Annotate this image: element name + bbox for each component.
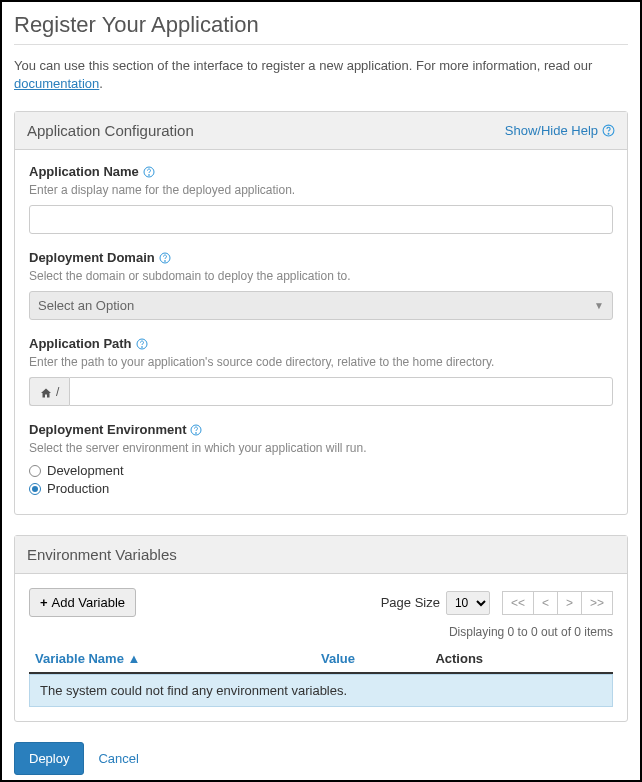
label-text: Application Name [29,164,139,179]
pager-buttons: << < > >> [496,591,613,615]
divider [14,44,628,45]
column-label: Variable Name [35,651,124,666]
addon-slash: / [56,385,59,399]
page-title: Register Your Application [14,12,628,38]
radio-development[interactable]: Development [29,463,613,478]
chevron-down-icon: ▼ [594,300,604,311]
path-input-group: / [29,377,613,406]
environment-variables-panel: Environment Variables + Add Variable Pag… [14,535,628,722]
pager-first-button[interactable]: << [502,591,534,615]
select-placeholder: Select an Option [38,298,134,313]
deploy-button[interactable]: Deploy [14,742,84,775]
field-hint: Enter a display name for the deployed ap… [29,183,613,197]
pager-last-button[interactable]: >> [581,591,613,615]
cancel-link[interactable]: Cancel [98,751,138,766]
help-icon[interactable] [159,252,171,264]
table-header: Variable Name ▲ Value Actions [29,645,613,674]
field-label: Application Name [29,164,613,179]
sort-asc-icon: ▲ [128,651,141,666]
panel-title: Environment Variables [27,546,177,563]
intro-prefix: You can use this section of the interfac… [14,58,592,73]
svg-point-3 [148,174,149,175]
svg-point-1 [608,134,609,135]
pager-prev-button[interactable]: < [533,591,558,615]
label-text: Application Path [29,336,132,351]
panel-body: Application Name Enter a display name fo… [15,150,627,514]
radio-icon [29,465,41,477]
panel-header: Application Configuration Show/Hide Help [15,112,627,150]
field-label: Application Path [29,336,613,351]
svg-point-5 [164,260,165,261]
help-icon[interactable] [136,338,148,350]
intro-text: You can use this section of the interfac… [14,57,628,93]
deployment-environment-field: Deployment Environment Select the server… [29,422,613,496]
field-hint: Enter the path to your application's sou… [29,355,613,369]
application-name-field: Application Name Enter a display name fo… [29,164,613,234]
plus-icon: + [40,595,48,610]
show-hide-help-link[interactable]: Show/Hide Help [505,123,615,138]
home-icon [40,385,52,399]
radio-label: Production [47,481,109,496]
documentation-link[interactable]: documentation [14,76,99,91]
env-toolbar: + Add Variable Page Size 10 << < > >> [29,588,613,617]
deployment-domain-field: Deployment Domain Select the domain or s… [29,250,613,320]
column-variable-name[interactable]: Variable Name ▲ [35,651,321,666]
panel-body: + Add Variable Page Size 10 << < > >> Di… [15,574,627,721]
panel-header: Environment Variables [15,536,627,574]
help-icon[interactable] [143,166,155,178]
svg-point-7 [141,346,142,347]
display-info: Displaying 0 to 0 out of 0 items [29,625,613,639]
help-icon[interactable] [190,424,202,436]
help-icon [602,124,615,137]
deployment-domain-select[interactable]: Select an Option ▼ [29,291,613,320]
pager-next-button[interactable]: > [557,591,582,615]
radio-production[interactable]: Production [29,481,613,496]
panel-title: Application Configuration [27,122,194,139]
intro-suffix: . [99,76,103,91]
page-size-label: Page Size [381,595,440,610]
label-text: Deployment Environment [29,422,186,437]
home-addon: / [29,377,69,406]
field-label: Deployment Domain [29,250,613,265]
radio-icon [29,483,41,495]
application-configuration-panel: Application Configuration Show/Hide Help… [14,111,628,515]
svg-point-9 [196,432,197,433]
application-path-field: Application Path Enter the path to your … [29,336,613,406]
label-text: Deployment Domain [29,250,155,265]
empty-state-message: The system could not find any environmen… [29,674,613,707]
application-path-input[interactable] [69,377,613,406]
field-label: Deployment Environment [29,422,613,437]
page-size-select[interactable]: 10 [446,591,490,615]
field-hint: Select the server environment in which y… [29,441,613,455]
radio-label: Development [47,463,124,478]
button-label: Add Variable [52,595,125,610]
field-hint: Select the domain or subdomain to deploy… [29,269,613,283]
application-name-input[interactable] [29,205,613,234]
column-actions: Actions [435,651,607,666]
add-variable-button[interactable]: + Add Variable [29,588,136,617]
column-value[interactable]: Value [321,651,435,666]
help-link-label: Show/Hide Help [505,123,598,138]
footer-actions: Deploy Cancel [14,742,628,775]
pager: Page Size 10 << < > >> [381,591,613,615]
